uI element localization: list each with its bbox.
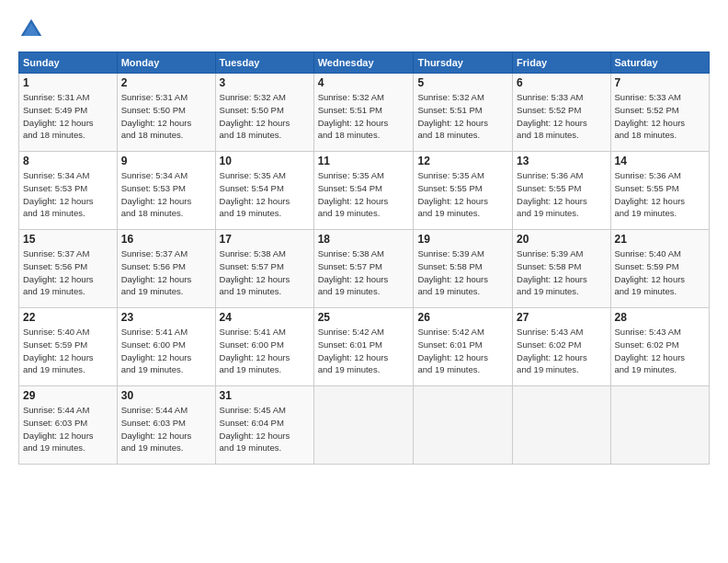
weekday-header-saturday: Saturday (610, 52, 709, 74)
calendar-table: SundayMondayTuesdayWednesdayThursdayFrid… (18, 52, 710, 465)
day-number: 16 (121, 233, 211, 246)
day-info: Sunrise: 5:31 AM Sunset: 5:49 PM Dayligh… (23, 91, 113, 142)
day-info: Sunrise: 5:45 AM Sunset: 6:04 PM Dayligh… (220, 404, 310, 454)
calendar-week-5: 29Sunrise: 5:44 AM Sunset: 6:03 PM Dayli… (19, 386, 710, 465)
calendar-cell: 18Sunrise: 5:38 AM Sunset: 5:57 PM Dayli… (313, 230, 414, 308)
day-info: Sunrise: 5:36 AM Sunset: 5:55 PM Dayligh… (615, 169, 705, 220)
calendar-cell: 20Sunrise: 5:39 AM Sunset: 5:58 PM Dayli… (513, 230, 610, 308)
day-info: Sunrise: 5:31 AM Sunset: 5:50 PM Dayligh… (121, 91, 211, 142)
day-number: 20 (517, 233, 606, 246)
day-number: 21 (615, 233, 705, 246)
day-info: Sunrise: 5:44 AM Sunset: 6:03 PM Dayligh… (23, 404, 113, 454)
day-number: 5 (417, 76, 508, 89)
day-number: 10 (220, 155, 310, 167)
day-info: Sunrise: 5:41 AM Sunset: 6:00 PM Dayligh… (121, 326, 211, 376)
day-info: Sunrise: 5:32 AM Sunset: 5:51 PM Dayligh… (417, 91, 508, 142)
calendar-cell: 13Sunrise: 5:36 AM Sunset: 5:55 PM Dayli… (513, 152, 610, 230)
day-info: Sunrise: 5:42 AM Sunset: 6:01 PM Dayligh… (417, 326, 508, 376)
day-info: Sunrise: 5:39 AM Sunset: 5:58 PM Dayligh… (417, 247, 508, 298)
day-info: Sunrise: 5:35 AM Sunset: 5:54 PM Dayligh… (220, 169, 310, 220)
day-number: 11 (318, 155, 410, 167)
logo (18, 17, 48, 42)
calendar-cell: 22Sunrise: 5:40 AM Sunset: 5:59 PM Dayli… (19, 308, 118, 386)
day-info: Sunrise: 5:40 AM Sunset: 5:59 PM Dayligh… (23, 326, 113, 376)
calendar-cell: 3Sunrise: 5:32 AM Sunset: 5:50 PM Daylig… (215, 74, 313, 152)
day-number: 22 (23, 311, 113, 324)
day-info: Sunrise: 5:41 AM Sunset: 6:00 PM Dayligh… (220, 326, 310, 376)
weekday-header-sunday: Sunday (19, 52, 118, 74)
day-number: 29 (23, 389, 113, 402)
calendar-cell: 5Sunrise: 5:32 AM Sunset: 5:51 PM Daylig… (414, 74, 513, 152)
calendar-cell: 8Sunrise: 5:34 AM Sunset: 5:53 PM Daylig… (19, 152, 118, 230)
day-info: Sunrise: 5:35 AM Sunset: 5:54 PM Dayligh… (318, 169, 410, 220)
calendar-cell: 10Sunrise: 5:35 AM Sunset: 5:54 PM Dayli… (215, 152, 313, 230)
day-number: 1 (23, 76, 113, 89)
calendar-cell: 29Sunrise: 5:44 AM Sunset: 6:03 PM Dayli… (19, 386, 118, 465)
calendar-cell: 21Sunrise: 5:40 AM Sunset: 5:59 PM Dayli… (610, 230, 709, 308)
day-info: Sunrise: 5:43 AM Sunset: 6:02 PM Dayligh… (615, 326, 705, 376)
day-number: 30 (121, 389, 211, 402)
calendar-body: 1Sunrise: 5:31 AM Sunset: 5:49 PM Daylig… (19, 74, 710, 465)
day-number: 7 (615, 76, 705, 89)
calendar-cell: 17Sunrise: 5:38 AM Sunset: 5:57 PM Dayli… (215, 230, 313, 308)
day-number: 15 (23, 233, 113, 246)
calendar-cell: 19Sunrise: 5:39 AM Sunset: 5:58 PM Dayli… (414, 230, 513, 308)
day-number: 25 (318, 311, 410, 324)
day-info: Sunrise: 5:33 AM Sunset: 5:52 PM Dayligh… (517, 91, 606, 142)
day-number: 17 (220, 233, 310, 246)
day-info: Sunrise: 5:43 AM Sunset: 6:02 PM Dayligh… (517, 326, 606, 376)
calendar-cell: 12Sunrise: 5:35 AM Sunset: 5:55 PM Dayli… (414, 152, 513, 230)
weekday-header-monday: Monday (117, 52, 215, 74)
calendar-cell: 4Sunrise: 5:32 AM Sunset: 5:51 PM Daylig… (313, 74, 414, 152)
calendar-cell (513, 386, 610, 465)
day-info: Sunrise: 5:33 AM Sunset: 5:52 PM Dayligh… (615, 91, 705, 142)
weekday-header-wednesday: Wednesday (313, 52, 414, 74)
weekday-header-thursday: Thursday (414, 52, 513, 74)
day-number: 24 (220, 311, 310, 324)
calendar-cell: 23Sunrise: 5:41 AM Sunset: 6:00 PM Dayli… (117, 308, 215, 386)
day-number: 8 (23, 155, 113, 167)
calendar-cell: 9Sunrise: 5:34 AM Sunset: 5:53 PM Daylig… (117, 152, 215, 230)
day-info: Sunrise: 5:44 AM Sunset: 6:03 PM Dayligh… (121, 404, 211, 454)
day-number: 18 (318, 233, 410, 246)
weekday-header-row: SundayMondayTuesdayWednesdayThursdayFrid… (19, 52, 710, 74)
logo-icon (18, 17, 44, 42)
calendar-cell: 7Sunrise: 5:33 AM Sunset: 5:52 PM Daylig… (610, 74, 709, 152)
day-info: Sunrise: 5:38 AM Sunset: 5:57 PM Dayligh… (220, 247, 310, 298)
calendar-cell (313, 386, 414, 465)
day-info: Sunrise: 5:37 AM Sunset: 5:56 PM Dayligh… (121, 247, 211, 298)
day-number: 2 (121, 76, 211, 89)
day-info: Sunrise: 5:37 AM Sunset: 5:56 PM Dayligh… (23, 247, 113, 298)
day-info: Sunrise: 5:32 AM Sunset: 5:50 PM Dayligh… (220, 91, 310, 142)
calendar-cell: 26Sunrise: 5:42 AM Sunset: 6:01 PM Dayli… (414, 308, 513, 386)
calendar-cell: 11Sunrise: 5:35 AM Sunset: 5:54 PM Dayli… (313, 152, 414, 230)
calendar-cell: 31Sunrise: 5:45 AM Sunset: 6:04 PM Dayli… (215, 386, 313, 465)
day-number: 27 (517, 311, 606, 324)
calendar-week-1: 1Sunrise: 5:31 AM Sunset: 5:49 PM Daylig… (19, 74, 710, 152)
day-number: 26 (417, 311, 508, 324)
header (18, 17, 710, 42)
day-number: 19 (417, 233, 508, 246)
day-number: 23 (121, 311, 211, 324)
weekday-header-friday: Friday (513, 52, 610, 74)
day-info: Sunrise: 5:42 AM Sunset: 6:01 PM Dayligh… (318, 326, 410, 376)
day-info: Sunrise: 5:34 AM Sunset: 5:53 PM Dayligh… (121, 169, 211, 220)
day-number: 12 (417, 155, 508, 167)
day-number: 3 (220, 76, 310, 89)
day-number: 6 (517, 76, 606, 89)
calendar-cell (610, 386, 709, 465)
day-number: 31 (220, 389, 310, 402)
weekday-header-tuesday: Tuesday (215, 52, 313, 74)
calendar-week-4: 22Sunrise: 5:40 AM Sunset: 5:59 PM Dayli… (19, 308, 710, 386)
calendar-cell: 24Sunrise: 5:41 AM Sunset: 6:00 PM Dayli… (215, 308, 313, 386)
page: SundayMondayTuesdayWednesdayThursdayFrid… (0, 0, 728, 563)
day-info: Sunrise: 5:36 AM Sunset: 5:55 PM Dayligh… (517, 169, 606, 220)
day-number: 28 (615, 311, 705, 324)
day-info: Sunrise: 5:38 AM Sunset: 5:57 PM Dayligh… (318, 247, 410, 298)
calendar-header: SundayMondayTuesdayWednesdayThursdayFrid… (19, 52, 710, 74)
calendar-cell (414, 386, 513, 465)
calendar-cell: 6Sunrise: 5:33 AM Sunset: 5:52 PM Daylig… (513, 74, 610, 152)
calendar-week-2: 8Sunrise: 5:34 AM Sunset: 5:53 PM Daylig… (19, 152, 710, 230)
day-number: 13 (517, 155, 606, 167)
day-info: Sunrise: 5:40 AM Sunset: 5:59 PM Dayligh… (615, 247, 705, 298)
